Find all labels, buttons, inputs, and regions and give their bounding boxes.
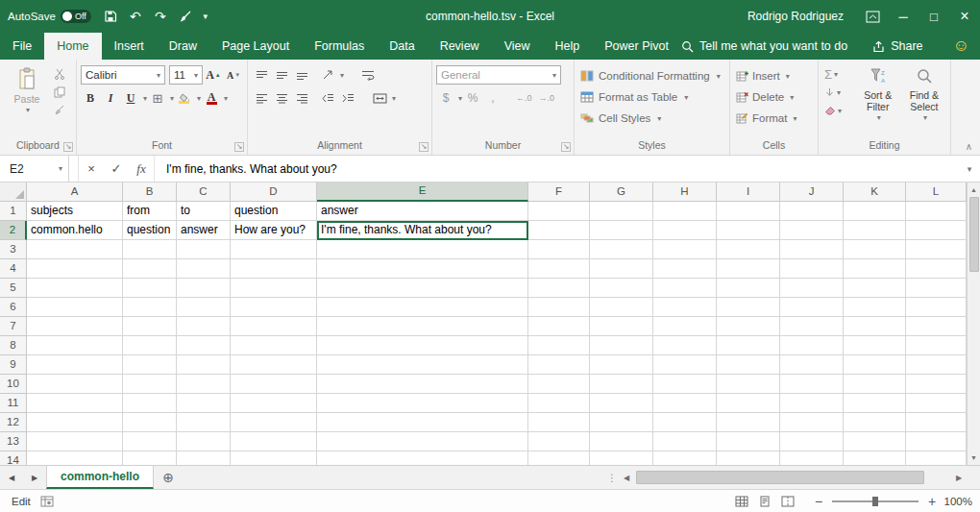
autosave-toggle[interactable]: AutoSave Off [8, 10, 91, 23]
new-sheet-button[interactable]: ⊕ [154, 466, 183, 489]
cell-D13[interactable] [231, 432, 317, 451]
cell-H7[interactable] [653, 317, 717, 336]
cell-F8[interactable] [528, 336, 590, 355]
cell-F9[interactable] [528, 355, 590, 375]
row-header-11[interactable]: 11 [0, 394, 27, 413]
tab-review[interactable]: Review [428, 33, 492, 60]
decrease-decimal-button[interactable]: →.0 [536, 93, 558, 103]
cell-I2[interactable] [717, 221, 780, 240]
cell-A10[interactable] [27, 375, 123, 394]
cell-G4[interactable] [590, 259, 653, 279]
decrease-font-size-button[interactable]: A▼ [224, 64, 243, 85]
conditional-formatting-button[interactable]: Conditional Formatting ▾ [578, 65, 725, 86]
vertical-scrollbar[interactable]: ▲ ▼ [967, 183, 980, 465]
share-button[interactable]: Share [872, 39, 922, 53]
sheet-nav-prev-button[interactable]: ◀ [0, 466, 23, 489]
cell-L10[interactable] [906, 375, 967, 394]
cell-A3[interactable] [27, 240, 123, 259]
cell-I14[interactable] [717, 451, 780, 465]
align-right-button[interactable] [292, 87, 311, 109]
cell-G9[interactable] [590, 355, 653, 375]
cell-G14[interactable] [590, 451, 653, 465]
orientation-dropdown-icon[interactable]: ▾ [340, 71, 344, 80]
cell-F1[interactable] [528, 202, 590, 221]
cell-I7[interactable] [717, 317, 780, 336]
sheet-nav-next-button[interactable]: ▶ [23, 466, 46, 489]
format-painter-qat-button[interactable] [174, 5, 197, 28]
zoom-in-button[interactable]: + [926, 494, 938, 509]
cell-E9[interactable] [317, 355, 528, 375]
cell-C12[interactable] [177, 413, 231, 432]
wrap-text-button[interactable] [358, 64, 378, 85]
maximize-button[interactable]: □ [919, 0, 949, 33]
cell-E11[interactable] [317, 394, 528, 413]
cell-F3[interactable] [528, 240, 590, 259]
zoom-slider-thumb[interactable] [872, 497, 878, 506]
cell-B6[interactable] [123, 298, 177, 317]
cell-G2[interactable] [590, 221, 653, 240]
cell-I13[interactable] [717, 432, 780, 451]
user-name[interactable]: Rodrigo Rodriguez [747, 10, 844, 23]
cell-H6[interactable] [653, 298, 717, 317]
column-header-L[interactable]: L [906, 183, 967, 202]
fill-color-button[interactable] [175, 87, 194, 109]
cell-C3[interactable] [177, 240, 231, 259]
cell-J6[interactable] [780, 298, 844, 317]
cell-A5[interactable] [27, 279, 123, 298]
cell-J4[interactable] [780, 259, 844, 279]
cell-H13[interactable] [653, 432, 717, 451]
cell-D6[interactable] [231, 298, 317, 317]
cell-I5[interactable] [717, 279, 780, 298]
cell-H14[interactable] [653, 451, 717, 465]
redo-button[interactable]: ↷ [149, 5, 172, 28]
minimize-button[interactable]: ─ [888, 0, 919, 33]
row-header-1[interactable]: 1 [0, 202, 27, 221]
cell-E2[interactable]: I'm fine, thanks. What about you? [317, 221, 528, 240]
hscroll-left-button[interactable]: ◀ [619, 466, 634, 489]
cell-B13[interactable] [123, 432, 177, 451]
font-color-button[interactable]: A [202, 87, 221, 109]
save-button[interactable] [99, 5, 122, 28]
column-header-G[interactable]: G [590, 183, 653, 202]
cell-K3[interactable] [844, 240, 906, 259]
cell-C5[interactable] [177, 279, 231, 298]
cell-K4[interactable] [844, 259, 906, 279]
cell-A6[interactable] [27, 298, 123, 317]
confirm-entry-button[interactable]: ✓ [104, 156, 129, 182]
sort-filter-button[interactable]: ZA Sort & Filter ▾ [856, 63, 900, 136]
cell-E1[interactable]: answer [317, 202, 528, 221]
decrease-indent-button[interactable] [318, 87, 337, 109]
macro-record-button[interactable] [40, 496, 54, 507]
formula-bar-expand-button[interactable]: ▾ [959, 156, 980, 182]
tab-view[interactable]: View [492, 33, 543, 60]
zoom-out-button[interactable]: − [813, 494, 824, 509]
cell-H9[interactable] [653, 355, 717, 375]
delete-cells-button[interactable]: Delete ▾ [734, 86, 814, 108]
cell-K12[interactable] [844, 413, 906, 432]
horizontal-scroll-thumb[interactable] [636, 471, 924, 484]
cell-J3[interactable] [780, 240, 844, 259]
cell-K8[interactable] [844, 336, 906, 355]
column-header-C[interactable]: C [177, 183, 231, 202]
cell-A13[interactable] [27, 432, 123, 451]
tab-scroll-splitter[interactable]: ⋮ [605, 466, 619, 489]
cell-K1[interactable] [844, 202, 906, 221]
number-format-select[interactable]: General▾ [436, 65, 561, 85]
cell-D9[interactable] [231, 355, 317, 375]
cell-L3[interactable] [906, 240, 967, 259]
cell-A11[interactable] [27, 394, 123, 413]
cell-J1[interactable] [780, 202, 844, 221]
page-break-view-button[interactable] [776, 492, 799, 511]
cell-styles-button[interactable]: Cell Styles ▾ [578, 108, 725, 129]
cell-L2[interactable] [906, 221, 967, 240]
cell-B12[interactable] [123, 413, 177, 432]
fill-button[interactable]: ▾ [822, 84, 854, 101]
insert-cells-button[interactable]: Insert ▾ [734, 65, 814, 86]
number-dialog-launcher[interactable]: ↘ [561, 142, 571, 152]
cell-J7[interactable] [780, 317, 844, 336]
cell-L1[interactable] [906, 202, 967, 221]
cell-B9[interactable] [123, 355, 177, 375]
merge-center-button[interactable] [370, 87, 389, 109]
row-header-14[interactable]: 14 [0, 451, 27, 465]
feedback-smiley-button[interactable]: ☺ [948, 37, 975, 56]
